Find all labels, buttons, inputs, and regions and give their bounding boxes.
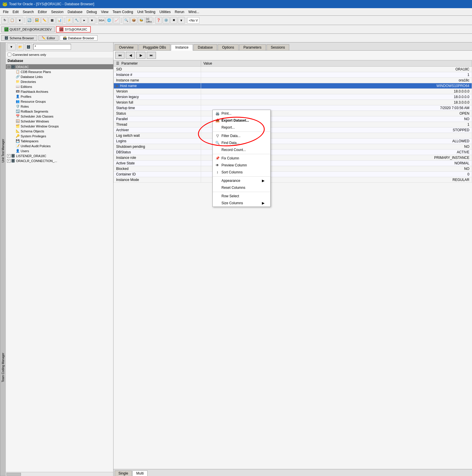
left-panel-scrollbar[interactable]	[6, 472, 113, 476]
data-table-container[interactable]: ☰ Parameter Value SIDORA18CInstance #1In…	[113, 60, 472, 469]
table-row[interactable]: BlockedNO	[114, 166, 472, 172]
cm-sort-cols[interactable]: ↕ Sort Columns	[213, 169, 270, 176]
connected-servers-checkbox[interactable]	[8, 53, 11, 56]
toolbar-btn-b16[interactable]: ⚙️	[163, 17, 170, 24]
table-row[interactable]: Log switch wait	[114, 133, 472, 138]
tree-container[interactable]: - 🗄️ ORA18C + 📋 CDB Resource Plans + 🔗 D…	[6, 64, 113, 472]
col-header-param[interactable]: ☰ Parameter	[114, 61, 201, 67]
nav-last[interactable]: ⏭	[147, 52, 156, 59]
panel-tab-editor[interactable]: ✏️ Editor	[38, 35, 58, 41]
table-row[interactable]: Startup time7/2020 7:03:56 AM	[114, 105, 472, 111]
tree-item-dirs[interactable]: + 📁 Directories	[6, 79, 113, 84]
table-row[interactable]: StatusOPEN	[114, 111, 472, 116]
expand-listener[interactable]: +	[7, 154, 10, 158]
toolbar-btn-b15[interactable]: ❓	[155, 17, 162, 24]
tree-item-editions[interactable]: + 📖 Editions	[6, 84, 113, 89]
search-input[interactable]	[33, 44, 71, 50]
table-row[interactable]: Thread1	[114, 122, 472, 127]
toolbar-btn-b5[interactable]: ✏️	[41, 17, 48, 24]
table-row[interactable]: Instance nameora18c	[114, 78, 472, 83]
table-row[interactable]: Instance #1	[114, 72, 472, 78]
toolbar-btn-bee[interactable]: 🐝	[138, 17, 145, 24]
tree-item-oraclr[interactable]: + 🗄️ ORACLR_CONNECTION_...	[6, 158, 113, 163]
table-row[interactable]: ArchiverSTOPPED	[114, 127, 472, 133]
menu-item-utilities[interactable]: Utilities	[158, 9, 173, 15]
table-row[interactable]: Container ID0	[114, 172, 472, 177]
cm-size-cols[interactable]: Size Columns ▶	[213, 200, 270, 207]
cm-row-select[interactable]: Row Select	[213, 193, 270, 200]
toolbar-btn-b6[interactable]: ▦	[49, 17, 56, 24]
menu-item-database[interactable]: Database	[66, 9, 84, 15]
menu-item-search[interactable]: Search	[21, 9, 36, 15]
table-row[interactable]: LoginsALLOWED	[114, 138, 472, 144]
cm-report[interactable]: Report...	[213, 124, 270, 131]
tab-parameters[interactable]: Parameters	[239, 44, 266, 50]
tree-item-schema[interactable]: + 📐 Schema Objects	[6, 129, 113, 134]
unit-test-manager-tab[interactable]: Unit Test Manager	[0, 42, 6, 259]
menu-item-team-coding[interactable]: Team Coding	[111, 9, 135, 15]
tree-item-resgroups[interactable]: + 👥 Resource Groups	[6, 99, 113, 104]
toolbar-btn-refresh[interactable]: ↻	[1, 17, 8, 24]
tree-item-roles[interactable]: + 🛡️ Roles	[6, 104, 113, 109]
tree-item-ora18c[interactable]: - 🗄️ ORA18C	[6, 64, 113, 69]
menu-item-edit[interactable]: Edit	[11, 9, 20, 15]
tree-item-profiles[interactable]: + 👤 Profiles	[6, 94, 113, 99]
toolbar-btn-chart[interactable]: 📈	[113, 17, 120, 24]
toolbar-btn-sga[interactable]: SGA	[98, 17, 105, 24]
table-row[interactable]: Version legacy18.0.0.0.0	[114, 94, 472, 100]
tab-overview[interactable]: Overview	[115, 44, 138, 50]
panel-tab-db-browser[interactable]: 🗃️ Database Browser	[60, 35, 98, 41]
toolbar-btn-b12[interactable]: 🌐	[106, 17, 113, 24]
toolbar-btn-b8[interactable]: ⚡	[66, 17, 73, 24]
left-toolbar-db[interactable]: 🗄️	[25, 43, 32, 50]
conn-tab-sys[interactable]: 🔌 SYS@ORA18C	[56, 26, 91, 33]
cm-filter[interactable]: ▽ Filter Data...	[213, 132, 270, 139]
cm-print[interactable]: 🖨️ Print...	[213, 110, 270, 117]
table-row[interactable]: Instance rolePRIMARY_INSTANCE	[114, 155, 472, 161]
cm-fix-col[interactable]: 📌 Fix Column	[213, 155, 270, 162]
cm-export[interactable]: 📤 Export Dataset...	[213, 117, 270, 124]
nav-prev[interactable]: ◀	[126, 52, 135, 59]
menu-item-editor[interactable]: Editor	[36, 9, 49, 15]
table-row[interactable]: Version full18.3.0.0.0	[114, 100, 472, 105]
toolbar-btn-ora[interactable]: (x)ORA	[145, 17, 152, 24]
tab-sessions[interactable]: Sessions	[267, 44, 290, 50]
tree-item-cdb[interactable]: + 📋 CDB Resource Plans	[6, 69, 113, 74]
team-coding-manager-tab[interactable]: Team Coding Manager	[0, 259, 6, 476]
table-row[interactable]: ▶Host nameWINDOWS10PRO64	[114, 83, 472, 89]
left-toolbar-folder[interactable]: 📂	[17, 43, 24, 50]
tab-instance[interactable]: Instance	[171, 44, 193, 51]
toolbar-no-v[interactable]: <No V	[187, 17, 199, 24]
cm-record-count[interactable]: Record Count...	[213, 146, 270, 153]
table-row[interactable]: SIDORA18C	[114, 67, 472, 72]
toolbar-btn-b17[interactable]: ▼	[178, 17, 185, 24]
table-row[interactable]: DBStatusACTIVE	[114, 150, 472, 155]
col-header-value[interactable]: Value	[201, 61, 472, 67]
nav-next[interactable]: ▶	[136, 52, 145, 59]
tree-item-rollback[interactable]: + ↩️ Rollback Segments	[6, 109, 113, 114]
panel-tab-schema[interactable]: 🗄️ Schema Browser	[1, 35, 37, 41]
toolbar-btn-b11[interactable]: ▼	[88, 17, 95, 24]
toolbar-btn-b14[interactable]: 📦	[130, 17, 137, 24]
toolbar-btn-b9[interactable]: 🔧	[73, 17, 80, 24]
tab-pluggable[interactable]: Pluggable DBs	[139, 44, 170, 50]
conn-tab-quest[interactable]: 🔌 QUEST_DEV@ORA18CDEV	[1, 26, 55, 32]
cm-reset-cols[interactable]: Reset Columns	[213, 184, 270, 191]
table-row[interactable]: ParallelNO	[114, 116, 472, 122]
cm-appearance[interactable]: Appearance ▶	[213, 177, 270, 184]
toolbar-btn-dropdown[interactable]: ▼	[16, 17, 23, 24]
menu-item-file[interactable]: File	[1, 9, 10, 15]
tree-item-audit[interactable]: + 📝 Unified Audit Policies	[6, 143, 113, 148]
tab-options[interactable]: Options	[218, 44, 238, 50]
tree-item-schedwingrp[interactable]: + 🗂️ Scheduler Window Groups	[6, 124, 113, 129]
table-row[interactable]: Shutdown pendingNO	[114, 144, 472, 150]
menu-item-session[interactable]: Session	[49, 9, 65, 15]
menu-item-unit-testing[interactable]: Unit Testing	[135, 9, 157, 15]
toolbar-btn-b7[interactable]: 📊	[56, 17, 63, 24]
tree-item-schedjob[interactable]: + 📅 Scheduler Job Classes	[6, 114, 113, 119]
menu-item-debug[interactable]: Debug	[85, 9, 99, 15]
nav-first[interactable]: ⏮	[115, 52, 125, 59]
table-row[interactable]: Instance ModeREGULAR	[114, 177, 472, 183]
table-row[interactable]: Active StateNORMAL	[114, 161, 472, 166]
expand-ora18c[interactable]: -	[7, 65, 10, 69]
